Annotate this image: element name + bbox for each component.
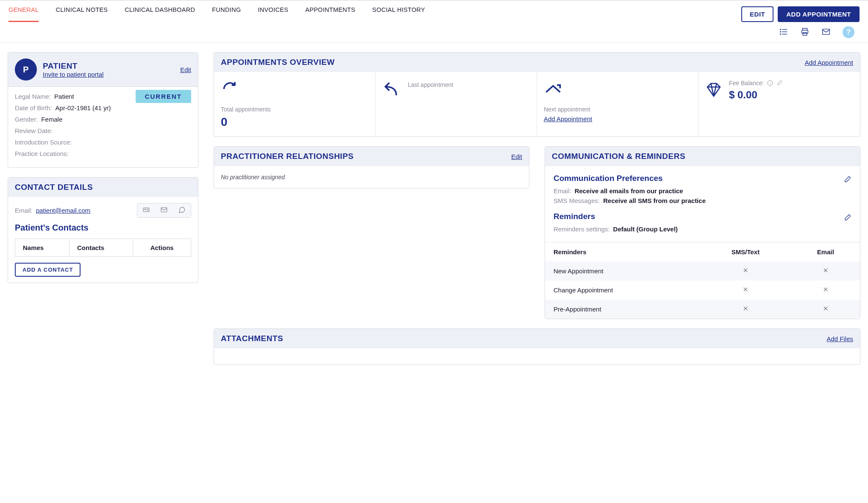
print-icon[interactable] (800, 27, 810, 38)
reminder-row: Pre-Appointment (545, 300, 860, 319)
reminder-row: New Appointment (545, 261, 860, 281)
mail-icon[interactable] (821, 27, 831, 38)
pref-edit-icon[interactable] (843, 175, 851, 184)
edit-button[interactable]: EDIT (741, 6, 773, 22)
status-badge: CURRENT (136, 90, 191, 103)
gender-label: Gender: (15, 116, 38, 123)
avatar: P (15, 58, 37, 81)
patient-card: P PATIENT Invite to patient portal Edit … (8, 52, 198, 168)
contact-details-title: CONTACT DETAILS (15, 183, 93, 192)
practitioner-title: PRACTITIONER RELATIONSHIPS (221, 152, 354, 161)
add-files-link[interactable]: Add Files (826, 335, 853, 342)
review-date-label: Review Date: (15, 127, 53, 134)
email-label: Email: (15, 207, 33, 214)
svg-rect-14 (161, 208, 167, 212)
tab-general[interactable]: GENERAL (8, 6, 39, 22)
add-appointment-link[interactable]: Add Appointment (805, 59, 853, 66)
back-arrow-icon (382, 80, 401, 98)
diamond-icon (705, 81, 722, 100)
rem-row-0-label: New Appointment (545, 261, 700, 281)
add-contact-button[interactable]: ADD A CONTACT (15, 263, 81, 277)
pref-sms-label: SMS Messages: (554, 197, 600, 204)
svg-point-3 (780, 29, 781, 30)
rem-col-email: Email (791, 242, 860, 262)
invite-portal-link[interactable]: Invite to patient portal (43, 71, 103, 78)
col-names: Names (15, 239, 70, 257)
practice-locations-label: Practice Locations: (15, 150, 69, 157)
rem-settings-value: Default (Group Level) (613, 225, 678, 233)
rem-row-0-email (791, 261, 860, 281)
svg-rect-9 (823, 29, 830, 34)
practitioner-edit-link[interactable]: Edit (511, 153, 522, 160)
svg-point-11 (145, 209, 146, 210)
refresh-icon (221, 80, 368, 98)
header-actions: EDIT ADD APPOINTMENT (741, 6, 860, 22)
pref-email-label: Email: (554, 187, 571, 195)
fee-balance-value: $ 0.00 (729, 89, 853, 101)
tab-invoices[interactable]: INVOICES (258, 6, 289, 22)
rem-row-2-label: Pre-Appointment (545, 300, 700, 319)
dob-value: Apr-02-1981 (41 yr) (56, 104, 111, 111)
tab-funding[interactable]: FUNDING (212, 6, 241, 22)
fee-balance-label: Fee Balance: (729, 80, 764, 86)
chat-icon[interactable] (173, 203, 191, 217)
total-value: 0 (221, 115, 368, 129)
legal-name-label: Legal Name: (15, 93, 51, 100)
add-appointment-button[interactable]: ADD APPOINTMENT (778, 6, 860, 22)
list-icon[interactable] (779, 27, 788, 38)
next-appt-label: Next appointment (544, 106, 691, 113)
rem-col-reminders: Reminders (545, 242, 700, 262)
rem-row-1-email (791, 281, 860, 300)
gender-value: Female (41, 116, 62, 123)
tab-appointments[interactable]: APPOINTMENTS (305, 6, 355, 22)
toolbar-icons: ? (0, 22, 868, 43)
rem-row-1-label: Change Appointment (545, 281, 700, 300)
pref-email-value: Receive all emails from our practice (575, 187, 683, 195)
rem-row-2-email (791, 300, 860, 319)
reminders-edit-icon[interactable] (843, 214, 851, 222)
next-appt-link[interactable]: Add Appointment (544, 115, 691, 122)
total-label: Total appointments (221, 106, 368, 113)
rem-row-2-sms (700, 300, 791, 319)
col-actions: Actions (133, 239, 191, 257)
contacts-table: Names Contacts Actions (15, 239, 191, 257)
reminder-row: Change Appointment (545, 281, 860, 300)
contact-details-card: CONTACT DETAILS Email: patient@email.com… (8, 177, 198, 283)
svg-point-4 (780, 31, 781, 32)
pref-sms-value: Receive all SMS from our practice (603, 197, 706, 204)
rem-row-1-sms (700, 281, 791, 300)
contact-icon-group (137, 203, 191, 218)
pencil-icon[interactable] (776, 80, 783, 86)
patient-edit-link[interactable]: Edit (180, 66, 191, 73)
tab-clinical-dashboard[interactable]: CLINICAL DASHBOARD (125, 6, 195, 22)
svg-rect-8 (803, 32, 807, 35)
attachments-card: ATTACHMENTS Add Files (214, 328, 860, 365)
practitioner-card: PRACTITIONER RELATIONSHIPS Edit No pract… (214, 146, 529, 189)
dob-label: Date of Birth: (15, 104, 52, 111)
rem-col-sms: SMS/Text (700, 242, 791, 262)
col-contacts: Contacts (70, 239, 133, 257)
contacts-subheading: Patient's Contacts (15, 223, 191, 233)
help-icon[interactable]: ? (843, 26, 854, 38)
reminders-title: Reminders (554, 212, 595, 221)
email-value[interactable]: patient@email.com (36, 207, 91, 214)
id-card-icon[interactable] (137, 203, 155, 217)
rem-row-0-sms (700, 261, 791, 281)
bounce-arrow-icon (544, 80, 691, 98)
rem-settings-label: Reminders settings: (554, 225, 610, 233)
top-bar: GENERAL CLINICAL NOTES CLINICAL DASHBOAR… (0, 0, 868, 22)
legal-name-value: Patient (54, 93, 74, 100)
svg-point-5 (780, 33, 781, 34)
tab-social-history[interactable]: SOCIAL HISTORY (372, 6, 425, 22)
comm-pref-title: Communication Preferences (554, 174, 663, 183)
tab-clinical-notes[interactable]: CLINICAL NOTES (56, 6, 108, 22)
last-appt-label: Last appointment (408, 81, 453, 88)
practitioner-empty: No practitioner assigned (221, 172, 522, 182)
overview-title: APPOINTMENTS OVERVIEW (221, 58, 335, 67)
mail-small-icon[interactable] (155, 203, 173, 217)
attachments-title: ATTACHMENTS (221, 334, 283, 343)
intro-source-label: Introduction Source: (15, 139, 72, 146)
info-icon[interactable] (767, 80, 773, 86)
patient-title: PATIENT (43, 61, 174, 71)
communication-card: COMMUNICATION & REMINDERS Communication … (545, 146, 860, 319)
